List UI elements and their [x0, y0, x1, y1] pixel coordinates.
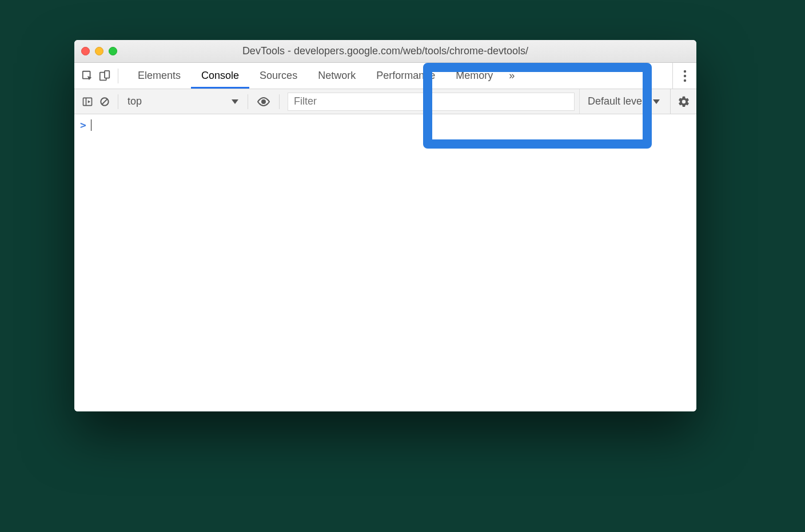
panel-tabs: Elements Console Sources Network Perform…: [127, 63, 520, 89]
window-controls: [81, 47, 117, 55]
svg-rect-2: [105, 70, 109, 78]
tab-memory[interactable]: Memory: [445, 63, 503, 89]
console-toolbar: top Default levels: [74, 89, 696, 114]
separator: [118, 94, 118, 109]
devtools-window: DevTools - developers.google.com/web/too…: [74, 40, 696, 411]
window-title: DevTools - developers.google.com/web/too…: [74, 45, 696, 57]
separator: [279, 94, 280, 109]
inspect-element-icon[interactable]: [79, 67, 96, 85]
console-settings-icon[interactable]: [670, 89, 696, 114]
dropdown-caret-icon: [653, 99, 660, 104]
prompt-chevron-icon: >: [80, 119, 86, 131]
separator: [118, 69, 118, 83]
svg-point-4: [683, 74, 686, 77]
log-levels-label: Default levels: [588, 95, 649, 107]
svg-point-3: [683, 70, 686, 72]
dropdown-caret-icon: [232, 99, 238, 104]
tab-network[interactable]: Network: [308, 63, 366, 89]
svg-rect-6: [83, 98, 92, 105]
context-selector[interactable]: top: [123, 95, 243, 107]
device-toolbar-icon[interactable]: [96, 67, 113, 85]
console-body[interactable]: >: [74, 114, 696, 411]
close-window-button[interactable]: [81, 47, 90, 55]
more-options-icon[interactable]: [672, 63, 696, 89]
tab-label: Console: [201, 70, 239, 82]
live-expression-icon[interactable]: [255, 93, 272, 110]
svg-point-5: [683, 79, 686, 81]
tab-performance[interactable]: Performance: [366, 63, 445, 89]
clear-console-icon[interactable]: [96, 93, 113, 110]
context-label: top: [127, 95, 142, 107]
minimize-window-button[interactable]: [95, 47, 103, 55]
panel-tabs-row: Elements Console Sources Network Perform…: [74, 63, 696, 89]
tab-label: Elements: [138, 70, 181, 82]
svg-line-9: [102, 99, 107, 104]
separator: [248, 94, 248, 109]
tab-console[interactable]: Console: [191, 63, 249, 89]
tab-label: Network: [318, 70, 356, 82]
tab-label: Performance: [376, 70, 435, 82]
tabs-overflow-icon[interactable]: »: [503, 63, 520, 89]
svg-point-10: [262, 100, 265, 103]
zoom-window-button[interactable]: [109, 47, 117, 55]
toggle-sidebar-icon[interactable]: [79, 93, 96, 110]
text-cursor: [91, 119, 91, 131]
tab-label: Memory: [456, 70, 493, 82]
log-levels-dropdown[interactable]: Default levels: [579, 89, 670, 114]
tab-label: Sources: [260, 70, 297, 82]
filter-input[interactable]: [288, 93, 575, 111]
tab-elements[interactable]: Elements: [127, 63, 191, 89]
console-prompt-line[interactable]: >: [80, 119, 691, 131]
titlebar: DevTools - developers.google.com/web/too…: [74, 40, 696, 63]
tab-sources[interactable]: Sources: [249, 63, 308, 89]
